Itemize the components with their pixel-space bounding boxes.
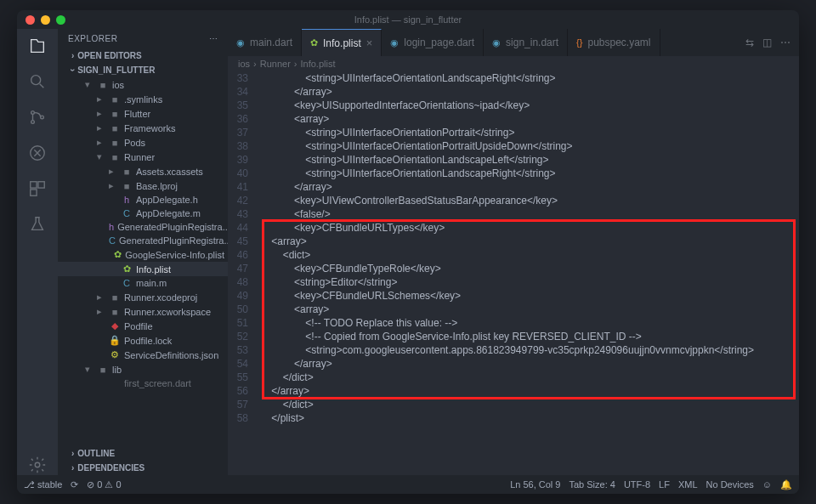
- tree-item[interactable]: ▸■.symlinks: [58, 92, 228, 106]
- status-feedback-icon[interactable]: ☺: [762, 479, 772, 490]
- extensions-icon[interactable]: [27, 178, 48, 199]
- split-icon[interactable]: ◫: [762, 37, 772, 48]
- explorer-icon[interactable]: [27, 36, 48, 56]
- status-eol[interactable]: LF: [659, 479, 670, 490]
- tab[interactable]: ✿Info.plist×: [302, 29, 382, 56]
- breadcrumbs[interactable]: ios›Runner›Info.plist: [228, 56, 799, 71]
- status-position[interactable]: Ln 56, Col 9: [510, 479, 560, 490]
- status-encoding[interactable]: UTF-8: [624, 479, 650, 490]
- titlebar[interactable]: Info.plist — sign_in_flutter: [17, 10, 799, 29]
- status-language[interactable]: XML: [678, 479, 698, 490]
- tree-item[interactable]: hAppDelegate.h: [58, 193, 228, 207]
- tab[interactable]: ◉login_page.dart: [382, 29, 484, 56]
- status-problems[interactable]: ⊘ 0 ⚠ 0: [87, 479, 121, 490]
- sidebar-title: EXPLORER: [68, 34, 117, 43]
- tree-item[interactable]: ▸■Runner.xcodeproj: [58, 290, 228, 304]
- tree-item[interactable]: 🔒Podfile.lock: [58, 333, 228, 348]
- section-open-editors[interactable]: OPEN EDITORS: [58, 48, 228, 63]
- tree-item[interactable]: ▸■Pods: [58, 135, 228, 150]
- source-control-icon[interactable]: [27, 107, 48, 127]
- vscode-window: Info.plist — sign_in_flutter EXPLORER ⋯ …: [17, 10, 799, 494]
- tree-item[interactable]: ▾■ios: [58, 77, 228, 92]
- svg-point-1: [31, 111, 35, 115]
- tree-item[interactable]: ▸■Flutter: [58, 106, 228, 121]
- window-title: Info.plist — sign_in_flutter: [17, 14, 799, 25]
- editor-area: ◉main.dart✿Info.plist×◉login_page.dart◉s…: [228, 29, 799, 475]
- tree-item[interactable]: ▸■Base.lproj: [58, 178, 228, 193]
- sidebar-header: EXPLORER ⋯: [58, 29, 228, 48]
- tab-actions: ⇆ ◫ ⋯: [745, 29, 799, 56]
- svg-rect-5: [31, 182, 37, 188]
- debug-icon[interactable]: [27, 143, 48, 163]
- close-icon[interactable]: ×: [366, 37, 373, 49]
- svg-point-2: [31, 121, 35, 124]
- sidebar: EXPLORER ⋯ OPEN EDITORS SIGN_IN_FLUTTER …: [58, 29, 228, 475]
- activity-bar: [17, 29, 58, 475]
- tree-item[interactable]: ✿Info.plist: [58, 262, 228, 276]
- main-area: EXPLORER ⋯ OPEN EDITORS SIGN_IN_FLUTTER …: [17, 29, 799, 475]
- status-bar: ⎇ stable ⟳ ⊘ 0 ⚠ 0 Ln 56, Col 9 Tab Size…: [17, 475, 799, 494]
- tab[interactable]: ◉main.dart: [228, 29, 302, 56]
- flask-icon[interactable]: [27, 214, 48, 235]
- sidebar-more-icon[interactable]: ⋯: [209, 34, 218, 43]
- status-device[interactable]: No Devices: [706, 479, 754, 490]
- tree-item[interactable]: ▸■Frameworks: [58, 121, 228, 135]
- code-editor[interactable]: 33 <string>UIInterfaceOrientationLandsca…: [228, 71, 799, 475]
- section-outline[interactable]: OUTLINE: [58, 446, 228, 461]
- svg-rect-6: [38, 182, 44, 188]
- tree-item[interactable]: ▸■Assets.xcassets: [58, 164, 228, 178]
- tree-item[interactable]: ◆Podfile: [58, 319, 228, 333]
- status-sync[interactable]: ⟳: [71, 479, 78, 490]
- tree-item[interactable]: ▾■Runner: [58, 150, 228, 164]
- svg-rect-7: [31, 190, 37, 195]
- status-bell-icon[interactable]: 🔔: [780, 479, 792, 490]
- status-branch[interactable]: ⎇ stable: [24, 479, 62, 490]
- section-dependencies[interactable]: DEPENDENCIES: [58, 461, 228, 475]
- search-icon[interactable]: [27, 71, 48, 92]
- tab[interactable]: ◉sign_in.dart: [484, 29, 568, 56]
- tree-item[interactable]: Cmain.m: [58, 276, 228, 290]
- section-project[interactable]: SIGN_IN_FLUTTER: [58, 63, 228, 77]
- tree-item[interactable]: ⚙ServiceDefinitions.json: [58, 348, 228, 362]
- tree-item[interactable]: ▾■lib: [58, 362, 228, 377]
- tab-bar: ◉main.dart✿Info.plist×◉login_page.dart◉s…: [228, 29, 799, 56]
- compare-icon[interactable]: ⇆: [745, 37, 754, 48]
- more-icon[interactable]: ⋯: [780, 37, 790, 48]
- tree-item[interactable]: CGeneratedPluginRegistra...: [58, 234, 228, 247]
- tree-item[interactable]: ✿GoogleService-Info.plist: [58, 247, 228, 262]
- svg-point-8: [35, 462, 40, 467]
- tree-item[interactable]: CAppDelegate.m: [58, 207, 228, 220]
- tree-item[interactable]: ▸■Runner.xcworkspace: [58, 304, 228, 319]
- file-tree: ▾■ios▸■.symlinks▸■Flutter▸■Frameworks▸■P…: [58, 77, 228, 446]
- tab[interactable]: {}pubspec.yaml: [568, 29, 660, 56]
- settings-icon[interactable]: [27, 455, 48, 475]
- tree-item[interactable]: hGeneratedPluginRegistra...: [58, 220, 228, 234]
- status-tabsize[interactable]: Tab Size: 4: [569, 479, 615, 490]
- tree-item[interactable]: first_screen.dart: [58, 377, 228, 390]
- svg-point-0: [31, 76, 41, 85]
